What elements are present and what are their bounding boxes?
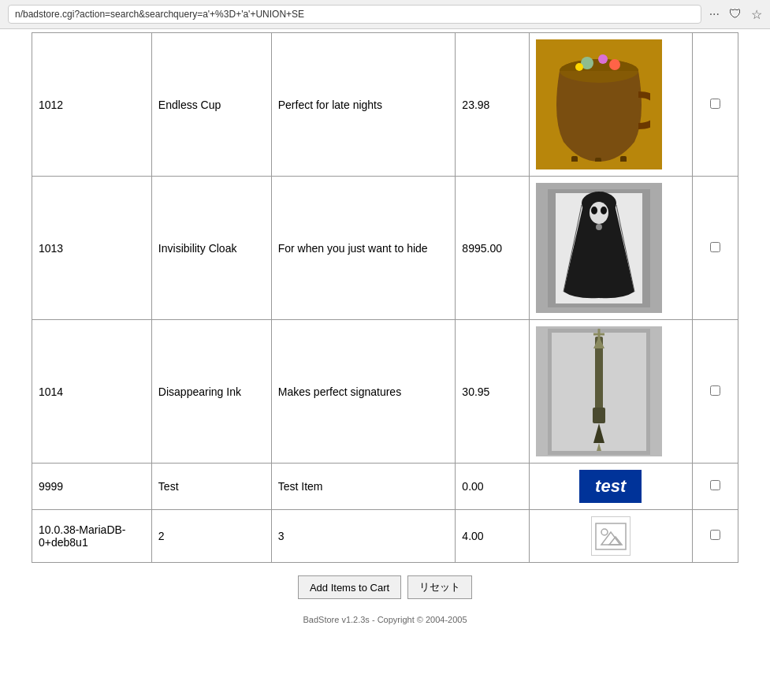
product-description: 3	[271, 510, 456, 563]
product-description: Test Item	[271, 464, 456, 510]
browser-bar: n/badstore.cgi?action=search&searchquery…	[0, 0, 770, 29]
browser-icons: ··· 🛡 ☆	[709, 7, 762, 22]
svg-point-14	[601, 207, 607, 214]
add-to-cart-button[interactable]: Add Items to Cart	[298, 575, 401, 599]
checkbox-1012[interactable]	[710, 99, 720, 109]
product-select-checkbox[interactable]	[692, 320, 738, 464]
product-image-cell	[529, 320, 692, 464]
url-bar[interactable]: n/badstore.cgi?action=search&searchquery…	[8, 5, 701, 24]
product-price: 30.95	[456, 320, 529, 464]
product-name: Endless Cup	[151, 33, 271, 177]
product-price: 8995.00	[456, 177, 529, 320]
product-image-cell	[529, 177, 692, 320]
svg-rect-8	[620, 156, 627, 162]
table-row: 1012 Endless Cup Perfect for late nights…	[32, 33, 738, 177]
table-row: 10.0.38-MariaDB-0+deb8u1 2 3 4.00	[32, 510, 738, 563]
svg-point-4	[609, 59, 620, 70]
svg-rect-22	[593, 408, 605, 423]
shield-icon[interactable]: 🛡	[729, 7, 742, 22]
product-select-checkbox[interactable]	[692, 177, 738, 320]
image-placeholder	[591, 516, 631, 556]
page-content: 1012 Endless Cup Perfect for late nights…	[0, 32, 770, 632]
products-table: 1012 Endless Cup Perfect for late nights…	[32, 32, 738, 563]
form-buttons: Add Items to Cart リセット	[32, 575, 738, 599]
product-id: 1012	[32, 33, 152, 177]
product-price: 4.00	[456, 510, 529, 563]
product-id: 1014	[32, 320, 152, 464]
product-description: For when you just want to hide	[271, 177, 456, 320]
table-row: 1013 Invisibility Cloak For when you jus…	[32, 177, 738, 320]
product-name: Disappearing Ink	[151, 320, 271, 464]
svg-point-1	[560, 59, 638, 83]
product-id: 10.0.38-MariaDB-0+deb8u1	[32, 510, 152, 563]
svg-point-15	[596, 224, 602, 230]
product-price: 0.00	[456, 464, 529, 510]
product-image-cup	[536, 39, 662, 169]
product-image-cell	[529, 510, 692, 563]
svg-rect-25	[596, 523, 626, 549]
product-description: Makes perfect signatures	[271, 320, 456, 464]
reset-button[interactable]: リセット	[407, 575, 472, 599]
product-image-ink	[536, 326, 662, 456]
product-image-cell: test	[529, 464, 692, 510]
copyright-text: BadStore v1.2.3s - Copyright © 2004-2005	[303, 615, 467, 624]
product-image-cloak	[536, 183, 662, 313]
svg-rect-6	[571, 156, 578, 162]
svg-point-3	[598, 54, 608, 64]
product-name: Test	[151, 464, 271, 510]
checkbox-9999[interactable]	[710, 480, 720, 490]
product-id: 1013	[32, 177, 152, 320]
svg-point-13	[591, 207, 597, 214]
product-price: 23.98	[456, 33, 529, 177]
product-image-cell	[529, 33, 692, 177]
product-select-checkbox[interactable]	[692, 510, 738, 563]
product-select-checkbox[interactable]	[692, 464, 738, 510]
table-row: 9999 Test Test Item 0.00 test	[32, 464, 738, 510]
product-select-checkbox[interactable]	[692, 33, 738, 177]
test-badge: test	[579, 470, 642, 503]
product-id: 9999	[32, 464, 152, 510]
checkbox-1013[interactable]	[710, 242, 720, 252]
product-description: Perfect for late nights	[271, 33, 456, 177]
svg-rect-7	[595, 158, 601, 162]
bookmark-icon[interactable]: ☆	[751, 7, 762, 22]
checkbox-db[interactable]	[710, 530, 720, 540]
svg-point-5	[575, 63, 583, 71]
table-row: 1014 Disappearing Ink Makes perfect sign…	[32, 320, 738, 464]
footer: BadStore v1.2.3s - Copyright © 2004-2005	[32, 615, 738, 632]
more-icon[interactable]: ···	[709, 7, 720, 22]
product-name: 2	[151, 510, 271, 563]
product-name: Invisibility Cloak	[151, 177, 271, 320]
svg-point-28	[601, 529, 608, 535]
checkbox-1014[interactable]	[710, 385, 720, 396]
